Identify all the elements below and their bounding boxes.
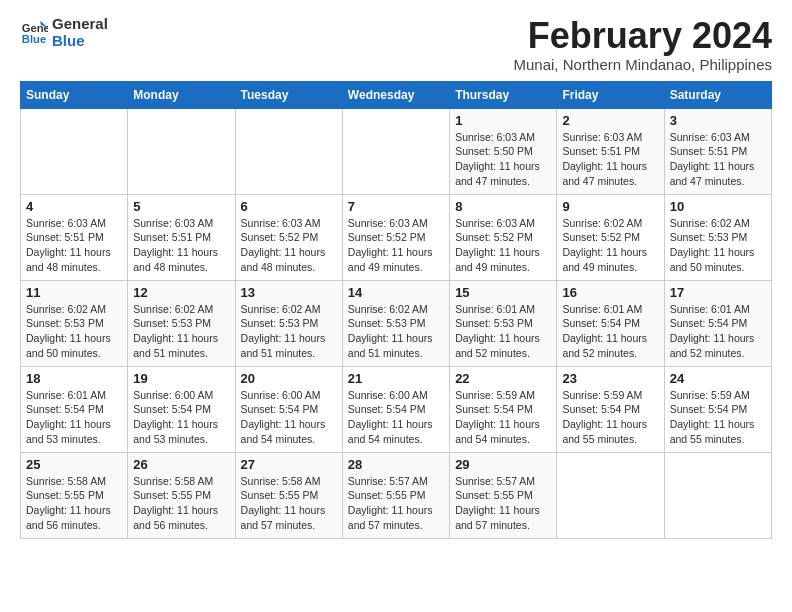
- day-number: 1: [455, 113, 551, 128]
- calendar-body: 1Sunrise: 6:03 AM Sunset: 5:50 PM Daylig…: [21, 108, 772, 538]
- calendar-cell: 19Sunrise: 6:00 AM Sunset: 5:54 PM Dayli…: [128, 366, 235, 452]
- day-info: Sunrise: 6:02 AM Sunset: 5:53 PM Dayligh…: [26, 302, 122, 361]
- day-info: Sunrise: 5:58 AM Sunset: 5:55 PM Dayligh…: [241, 474, 337, 533]
- day-number: 7: [348, 199, 444, 214]
- calendar-cell: 5Sunrise: 6:03 AM Sunset: 5:51 PM Daylig…: [128, 194, 235, 280]
- day-number: 5: [133, 199, 229, 214]
- calendar-cell: 11Sunrise: 6:02 AM Sunset: 5:53 PM Dayli…: [21, 280, 128, 366]
- day-info: Sunrise: 5:58 AM Sunset: 5:55 PM Dayligh…: [133, 474, 229, 533]
- calendar-cell: 3Sunrise: 6:03 AM Sunset: 5:51 PM Daylig…: [664, 108, 771, 194]
- logo: General Blue General Blue: [20, 16, 108, 49]
- calendar-cell: 24Sunrise: 5:59 AM Sunset: 5:54 PM Dayli…: [664, 366, 771, 452]
- weekday-wednesday: Wednesday: [342, 81, 449, 108]
- calendar-cell: 13Sunrise: 6:02 AM Sunset: 5:53 PM Dayli…: [235, 280, 342, 366]
- day-info: Sunrise: 6:00 AM Sunset: 5:54 PM Dayligh…: [133, 388, 229, 447]
- week-row-3: 18Sunrise: 6:01 AM Sunset: 5:54 PM Dayli…: [21, 366, 772, 452]
- day-info: Sunrise: 5:58 AM Sunset: 5:55 PM Dayligh…: [26, 474, 122, 533]
- day-info: Sunrise: 5:57 AM Sunset: 5:55 PM Dayligh…: [348, 474, 444, 533]
- day-number: 9: [562, 199, 658, 214]
- day-info: Sunrise: 6:03 AM Sunset: 5:52 PM Dayligh…: [455, 216, 551, 275]
- calendar-cell: 7Sunrise: 6:03 AM Sunset: 5:52 PM Daylig…: [342, 194, 449, 280]
- day-number: 27: [241, 457, 337, 472]
- weekday-sunday: Sunday: [21, 81, 128, 108]
- week-row-0: 1Sunrise: 6:03 AM Sunset: 5:50 PM Daylig…: [21, 108, 772, 194]
- location-subtitle: Munai, Northern Mindanao, Philippines: [514, 56, 772, 73]
- calendar-cell: 20Sunrise: 6:00 AM Sunset: 5:54 PM Dayli…: [235, 366, 342, 452]
- day-info: Sunrise: 5:59 AM Sunset: 5:54 PM Dayligh…: [455, 388, 551, 447]
- day-number: 23: [562, 371, 658, 386]
- week-row-4: 25Sunrise: 5:58 AM Sunset: 5:55 PM Dayli…: [21, 452, 772, 538]
- weekday-saturday: Saturday: [664, 81, 771, 108]
- calendar-cell: 14Sunrise: 6:02 AM Sunset: 5:53 PM Dayli…: [342, 280, 449, 366]
- day-info: Sunrise: 6:03 AM Sunset: 5:52 PM Dayligh…: [241, 216, 337, 275]
- day-info: Sunrise: 6:01 AM Sunset: 5:53 PM Dayligh…: [455, 302, 551, 361]
- calendar-cell: 16Sunrise: 6:01 AM Sunset: 5:54 PM Dayli…: [557, 280, 664, 366]
- day-number: 8: [455, 199, 551, 214]
- day-number: 4: [26, 199, 122, 214]
- weekday-monday: Monday: [128, 81, 235, 108]
- day-number: 29: [455, 457, 551, 472]
- day-number: 22: [455, 371, 551, 386]
- day-info: Sunrise: 6:02 AM Sunset: 5:53 PM Dayligh…: [348, 302, 444, 361]
- day-number: 6: [241, 199, 337, 214]
- day-info: Sunrise: 5:59 AM Sunset: 5:54 PM Dayligh…: [670, 388, 766, 447]
- calendar-cell: 25Sunrise: 5:58 AM Sunset: 5:55 PM Dayli…: [21, 452, 128, 538]
- day-number: 18: [26, 371, 122, 386]
- weekday-tuesday: Tuesday: [235, 81, 342, 108]
- day-info: Sunrise: 6:03 AM Sunset: 5:51 PM Dayligh…: [670, 130, 766, 189]
- calendar-cell: 9Sunrise: 6:02 AM Sunset: 5:52 PM Daylig…: [557, 194, 664, 280]
- day-number: 3: [670, 113, 766, 128]
- calendar-cell: [21, 108, 128, 194]
- day-number: 2: [562, 113, 658, 128]
- day-number: 21: [348, 371, 444, 386]
- day-number: 14: [348, 285, 444, 300]
- weekday-friday: Friday: [557, 81, 664, 108]
- calendar-table: SundayMondayTuesdayWednesdayThursdayFrid…: [20, 81, 772, 539]
- day-number: 11: [26, 285, 122, 300]
- calendar-cell: 27Sunrise: 5:58 AM Sunset: 5:55 PM Dayli…: [235, 452, 342, 538]
- day-number: 12: [133, 285, 229, 300]
- day-info: Sunrise: 5:57 AM Sunset: 5:55 PM Dayligh…: [455, 474, 551, 533]
- day-number: 17: [670, 285, 766, 300]
- calendar-cell: [664, 452, 771, 538]
- calendar-cell: 10Sunrise: 6:02 AM Sunset: 5:53 PM Dayli…: [664, 194, 771, 280]
- calendar-cell: 28Sunrise: 5:57 AM Sunset: 5:55 PM Dayli…: [342, 452, 449, 538]
- day-info: Sunrise: 6:02 AM Sunset: 5:53 PM Dayligh…: [241, 302, 337, 361]
- day-number: 24: [670, 371, 766, 386]
- logo-icon: General Blue: [20, 19, 48, 47]
- calendar-cell: 17Sunrise: 6:01 AM Sunset: 5:54 PM Dayli…: [664, 280, 771, 366]
- svg-text:Blue: Blue: [22, 33, 46, 45]
- calendar-cell: 21Sunrise: 6:00 AM Sunset: 5:54 PM Dayli…: [342, 366, 449, 452]
- calendar-cell: 4Sunrise: 6:03 AM Sunset: 5:51 PM Daylig…: [21, 194, 128, 280]
- calendar-cell: [128, 108, 235, 194]
- day-number: 16: [562, 285, 658, 300]
- header: General Blue General Blue February 2024 …: [20, 16, 772, 73]
- day-number: 13: [241, 285, 337, 300]
- calendar-cell: 8Sunrise: 6:03 AM Sunset: 5:52 PM Daylig…: [450, 194, 557, 280]
- svg-text:General: General: [22, 22, 48, 34]
- calendar-cell: 18Sunrise: 6:01 AM Sunset: 5:54 PM Dayli…: [21, 366, 128, 452]
- day-info: Sunrise: 6:03 AM Sunset: 5:50 PM Dayligh…: [455, 130, 551, 189]
- day-number: 26: [133, 457, 229, 472]
- calendar-cell: 22Sunrise: 5:59 AM Sunset: 5:54 PM Dayli…: [450, 366, 557, 452]
- day-info: Sunrise: 6:00 AM Sunset: 5:54 PM Dayligh…: [241, 388, 337, 447]
- day-info: Sunrise: 6:03 AM Sunset: 5:52 PM Dayligh…: [348, 216, 444, 275]
- calendar-cell: 15Sunrise: 6:01 AM Sunset: 5:53 PM Dayli…: [450, 280, 557, 366]
- calendar-cell: 23Sunrise: 5:59 AM Sunset: 5:54 PM Dayli…: [557, 366, 664, 452]
- day-info: Sunrise: 6:02 AM Sunset: 5:53 PM Dayligh…: [133, 302, 229, 361]
- calendar-cell: 6Sunrise: 6:03 AM Sunset: 5:52 PM Daylig…: [235, 194, 342, 280]
- weekday-header: SundayMondayTuesdayWednesdayThursdayFrid…: [21, 81, 772, 108]
- calendar-cell: 1Sunrise: 6:03 AM Sunset: 5:50 PM Daylig…: [450, 108, 557, 194]
- day-number: 10: [670, 199, 766, 214]
- weekday-thursday: Thursday: [450, 81, 557, 108]
- calendar-cell: [557, 452, 664, 538]
- day-info: Sunrise: 5:59 AM Sunset: 5:54 PM Dayligh…: [562, 388, 658, 447]
- week-row-1: 4Sunrise: 6:03 AM Sunset: 5:51 PM Daylig…: [21, 194, 772, 280]
- day-info: Sunrise: 6:03 AM Sunset: 5:51 PM Dayligh…: [26, 216, 122, 275]
- day-info: Sunrise: 6:01 AM Sunset: 5:54 PM Dayligh…: [26, 388, 122, 447]
- title-area: February 2024 Munai, Northern Mindanao, …: [514, 16, 772, 73]
- day-info: Sunrise: 6:02 AM Sunset: 5:52 PM Dayligh…: [562, 216, 658, 275]
- day-info: Sunrise: 6:03 AM Sunset: 5:51 PM Dayligh…: [562, 130, 658, 189]
- day-info: Sunrise: 6:01 AM Sunset: 5:54 PM Dayligh…: [562, 302, 658, 361]
- calendar-cell: 29Sunrise: 5:57 AM Sunset: 5:55 PM Dayli…: [450, 452, 557, 538]
